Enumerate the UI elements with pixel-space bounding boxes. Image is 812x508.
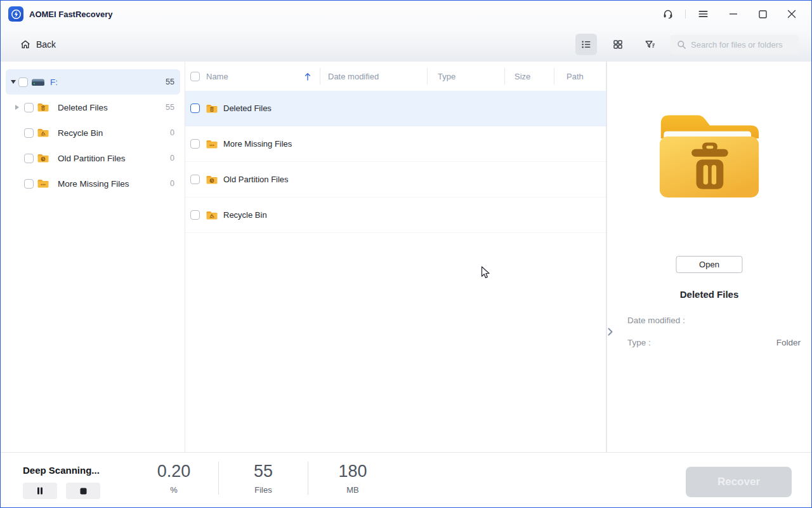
search-icon bbox=[677, 40, 686, 50]
row-checkbox[interactable] bbox=[190, 104, 200, 113]
more-missing-count: 0 bbox=[170, 179, 174, 188]
column-header-name[interactable]: Name bbox=[185, 72, 320, 81]
scan-controls bbox=[23, 483, 100, 499]
folder-recycle-icon bbox=[37, 128, 49, 138]
support-headset-button[interactable] bbox=[657, 4, 679, 23]
deleted-files-folder-icon bbox=[650, 101, 768, 210]
file-table: Name Date modified Type Size Path Delete… bbox=[185, 62, 606, 452]
drive-label: F: bbox=[50, 77, 58, 87]
table-row-recycle-bin[interactable]: Recycle Bin bbox=[185, 197, 606, 233]
close-button[interactable] bbox=[781, 4, 802, 23]
folder-recycle-icon bbox=[206, 210, 218, 220]
select-all-checkbox[interactable] bbox=[190, 72, 200, 81]
stop-button[interactable] bbox=[66, 483, 100, 499]
type-label: Type : bbox=[627, 338, 651, 347]
list-view-button[interactable] bbox=[575, 34, 597, 55]
titlebar-divider bbox=[685, 10, 686, 18]
stat-percent: 0.20 % bbox=[129, 461, 218, 495]
search-input[interactable] bbox=[691, 40, 792, 50]
deleted-files-checkbox[interactable] bbox=[24, 103, 34, 112]
old-partition-count: 0 bbox=[170, 154, 174, 163]
old-partition-checkbox[interactable] bbox=[24, 154, 34, 163]
sidebar-item-f-drive[interactable]: F: 55 bbox=[6, 69, 180, 95]
footer: Deep Scanning... 0.20 % 55 Files 180 MB bbox=[1, 452, 811, 508]
minimize-icon bbox=[729, 10, 738, 18]
old-partition-label: Old Partition Files bbox=[58, 154, 126, 163]
stat-files: 55 Files bbox=[219, 461, 308, 495]
files-unit: Files bbox=[219, 485, 308, 495]
hamburger-icon bbox=[698, 9, 709, 19]
files-value: 55 bbox=[219, 461, 308, 481]
scan-stats: 0.20 % 55 Files 180 MB bbox=[129, 461, 397, 495]
preview-title: Deleted Files bbox=[607, 289, 811, 300]
column-header-type[interactable]: Type bbox=[427, 62, 504, 91]
sidebar-item-old-partition-files[interactable]: Old Partition Files 0 bbox=[6, 145, 180, 171]
expand-down-icon[interactable] bbox=[10, 80, 17, 84]
more-missing-checkbox[interactable] bbox=[24, 179, 34, 189]
row-name: Recycle Bin bbox=[223, 210, 267, 220]
row-checkbox[interactable] bbox=[190, 210, 200, 220]
toolbar-right bbox=[575, 34, 799, 55]
name-header-label: Name bbox=[206, 72, 228, 81]
table-row-deleted-files[interactable]: Deleted Files bbox=[185, 91, 606, 126]
table-row-more-missing-files[interactable]: More Missing Files bbox=[185, 126, 606, 162]
filter-button[interactable] bbox=[639, 34, 660, 55]
header: AOMEI FastRecovery bbox=[1, 1, 811, 62]
type-field: Type : Folder bbox=[627, 338, 801, 347]
more-missing-label: More Missing Files bbox=[58, 179, 129, 189]
grid-view-button[interactable] bbox=[607, 34, 629, 55]
row-name: Old Partition Files bbox=[223, 175, 289, 184]
row-checkbox[interactable] bbox=[190, 139, 200, 149]
pause-icon bbox=[36, 487, 44, 495]
sidebar-item-recycle-bin[interactable]: Recycle Bin 0 bbox=[6, 120, 180, 145]
home-icon bbox=[20, 39, 31, 50]
minimize-button[interactable] bbox=[723, 4, 744, 23]
path-header-label: Path bbox=[566, 72, 584, 81]
drive-count: 55 bbox=[166, 77, 174, 86]
sidebar-item-more-missing-files[interactable]: More Missing Files 0 bbox=[6, 171, 180, 196]
app-logo-icon bbox=[8, 6, 23, 22]
folder-trash-icon bbox=[37, 102, 49, 112]
scan-status-text: Deep Scanning... bbox=[23, 465, 100, 476]
back-button[interactable]: Back bbox=[20, 39, 56, 50]
column-header-path[interactable]: Path bbox=[554, 62, 606, 91]
content: F: 55 Deleted Files 55 Recycle Bin 0 bbox=[1, 62, 811, 452]
sort-ascending-icon[interactable] bbox=[304, 72, 311, 81]
preview-panel: Open Deleted Files Date modified : Type … bbox=[606, 62, 811, 452]
column-header-size[interactable]: Size bbox=[504, 62, 554, 91]
folder-clock-icon bbox=[37, 153, 49, 163]
open-button[interactable]: Open bbox=[676, 256, 743, 273]
sidebar: F: 55 Deleted Files 55 Recycle Bin 0 bbox=[1, 62, 185, 452]
menu-button[interactable] bbox=[692, 4, 714, 23]
percent-value: 0.20 bbox=[129, 461, 218, 481]
recycle-bin-checkbox[interactable] bbox=[24, 128, 34, 138]
stat-size: 180 MB bbox=[308, 461, 397, 495]
pause-button[interactable] bbox=[23, 483, 57, 499]
sidebar-item-deleted-files[interactable]: Deleted Files 55 bbox=[6, 95, 180, 120]
table-row-old-partition-files[interactable]: Old Partition Files bbox=[185, 162, 606, 197]
app-window: AOMEI FastRecovery bbox=[0, 0, 812, 508]
column-header-date-modified[interactable]: Date modified bbox=[320, 62, 427, 91]
table-header: Name Date modified Type Size Path bbox=[185, 62, 606, 91]
headset-icon bbox=[662, 8, 674, 20]
recover-button[interactable]: Recover bbox=[686, 467, 792, 497]
stop-icon bbox=[80, 488, 87, 495]
deleted-files-count: 55 bbox=[166, 103, 174, 112]
expand-right-icon[interactable] bbox=[13, 105, 20, 110]
size-unit: MB bbox=[308, 485, 397, 495]
folder-dots-icon bbox=[37, 178, 49, 189]
folder-clock-icon bbox=[206, 175, 218, 185]
row-checkbox[interactable] bbox=[190, 175, 200, 184]
list-view-icon bbox=[580, 39, 592, 50]
toolbar: Back bbox=[1, 29, 811, 60]
grid-view-icon bbox=[612, 39, 624, 50]
drive-checkbox[interactable] bbox=[18, 77, 28, 87]
maximize-button[interactable] bbox=[752, 4, 773, 23]
date-modified-label: Date modified : bbox=[627, 316, 685, 325]
row-name: More Missing Files bbox=[223, 139, 292, 149]
maximize-icon bbox=[759, 10, 767, 18]
close-icon bbox=[787, 10, 796, 18]
size-header-label: Size bbox=[514, 72, 530, 81]
recycle-bin-count: 0 bbox=[170, 128, 174, 137]
drive-icon bbox=[31, 77, 45, 87]
